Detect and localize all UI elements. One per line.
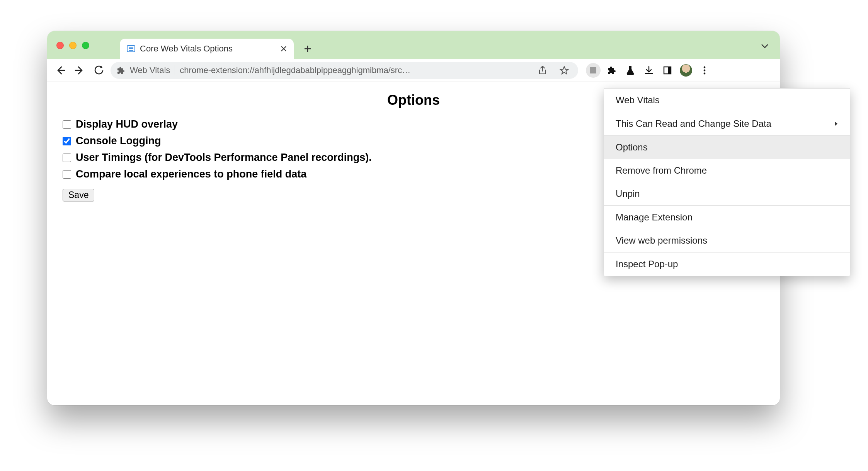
svg-point-3 bbox=[704, 66, 706, 68]
submenu-arrow-icon bbox=[834, 121, 838, 126]
puzzle-icon bbox=[607, 66, 616, 75]
omnibox-url: chrome-extension://ahfhijdlegdabablpippe… bbox=[180, 65, 530, 75]
extension-icon bbox=[117, 66, 125, 75]
maximize-window-button[interactable] bbox=[82, 42, 89, 49]
share-button[interactable] bbox=[535, 63, 550, 78]
flask-icon bbox=[626, 66, 635, 75]
omnibox-divider bbox=[175, 65, 175, 75]
menu-item-view-permissions[interactable]: View web permissions bbox=[604, 229, 850, 252]
option-label: Console Logging bbox=[76, 135, 161, 147]
checkbox-display-hud[interactable] bbox=[63, 120, 71, 129]
kebab-icon bbox=[703, 66, 706, 75]
tab-title: Core Web Vitals Options bbox=[140, 44, 276, 54]
arrow-left-icon bbox=[55, 65, 65, 75]
svg-rect-2 bbox=[668, 67, 671, 74]
minimize-window-button[interactable] bbox=[69, 42, 77, 49]
profile-button[interactable] bbox=[679, 63, 693, 78]
menu-item-remove[interactable]: Remove from Chrome bbox=[604, 159, 850, 182]
close-window-button[interactable] bbox=[56, 42, 64, 49]
square-icon bbox=[589, 67, 597, 74]
side-panel-button[interactable] bbox=[660, 63, 675, 78]
context-menu-title: Web Vitals bbox=[604, 89, 850, 112]
forward-button[interactable] bbox=[72, 63, 87, 78]
vitals-favicon-icon bbox=[127, 45, 135, 52]
tab-search-button[interactable] bbox=[758, 39, 771, 53]
checkbox-user-timings[interactable] bbox=[63, 154, 71, 162]
labs-button[interactable] bbox=[623, 63, 638, 78]
active-extension-button[interactable] bbox=[586, 63, 601, 78]
checkbox-console-logging[interactable] bbox=[63, 137, 71, 145]
menu-item-label: Manage Extension bbox=[616, 212, 693, 223]
reload-button[interactable] bbox=[91, 63, 107, 78]
downloads-button[interactable] bbox=[642, 63, 656, 78]
checkbox-compare-local[interactable] bbox=[63, 170, 71, 179]
tab-close-button[interactable] bbox=[281, 46, 287, 52]
plus-icon bbox=[304, 45, 311, 53]
toolbar: Web Vitals chrome-extension://ahfhijdleg… bbox=[47, 59, 780, 82]
back-button[interactable] bbox=[53, 63, 68, 78]
close-icon bbox=[281, 46, 287, 52]
omnibox[interactable]: Web Vitals chrome-extension://ahfhijdleg… bbox=[111, 62, 578, 79]
save-button[interactable]: Save bbox=[63, 189, 94, 201]
menu-button[interactable] bbox=[697, 63, 712, 78]
browser-tab[interactable]: Core Web Vitals Options bbox=[120, 39, 294, 59]
menu-item-label: Unpin bbox=[616, 188, 640, 199]
menu-item-inspect-popup[interactable]: Inspect Pop-up bbox=[604, 253, 850, 276]
context-menu-title-label: Web Vitals bbox=[616, 95, 660, 106]
svg-rect-0 bbox=[590, 67, 596, 73]
omnibox-extension-name: Web Vitals bbox=[130, 65, 170, 75]
option-label: Display HUD overlay bbox=[76, 118, 178, 130]
menu-item-label: View web permissions bbox=[616, 235, 707, 246]
menu-item-label: Remove from Chrome bbox=[616, 165, 707, 176]
menu-item-unpin[interactable]: Unpin bbox=[604, 182, 850, 205]
svg-point-5 bbox=[704, 72, 706, 74]
option-label: Compare local experiences to phone field… bbox=[76, 168, 306, 180]
new-tab-button[interactable] bbox=[299, 40, 316, 57]
reload-icon bbox=[94, 65, 104, 75]
option-label: User Timings (for DevTools Performance P… bbox=[76, 152, 372, 164]
menu-item-site-data[interactable]: This Can Read and Change Site Data bbox=[604, 112, 850, 135]
menu-item-label: Options bbox=[616, 142, 648, 153]
menu-item-label: Inspect Pop-up bbox=[616, 259, 678, 270]
toolbar-actions bbox=[586, 63, 712, 78]
menu-item-manage-extension[interactable]: Manage Extension bbox=[604, 206, 850, 229]
share-icon bbox=[538, 66, 547, 75]
extension-context-menu: Web Vitals This Can Read and Change Site… bbox=[604, 88, 850, 276]
tab-strip: Core Web Vitals Options bbox=[47, 31, 780, 59]
chevron-down-icon bbox=[761, 44, 769, 48]
bookmark-button[interactable] bbox=[557, 63, 572, 78]
menu-item-label: This Can Read and Change Site Data bbox=[616, 118, 771, 129]
download-icon bbox=[644, 66, 654, 75]
panel-icon bbox=[663, 66, 672, 75]
menu-item-options[interactable]: Options bbox=[604, 136, 850, 159]
avatar-icon bbox=[680, 64, 692, 77]
star-icon bbox=[560, 66, 569, 75]
extensions-button[interactable] bbox=[604, 63, 619, 78]
window-controls bbox=[56, 42, 89, 49]
svg-point-4 bbox=[704, 69, 706, 71]
arrow-right-icon bbox=[75, 65, 85, 75]
